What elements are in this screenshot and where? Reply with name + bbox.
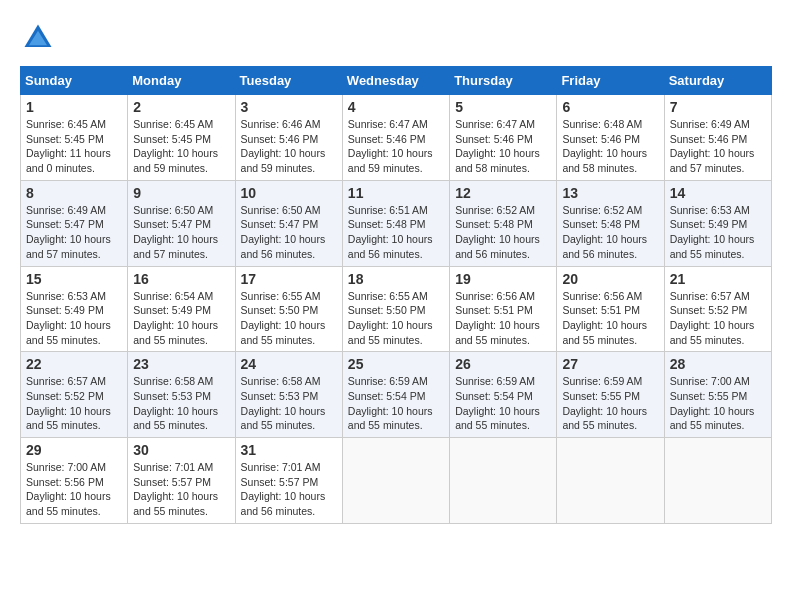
calendar-cell: 4Sunrise: 6:47 AMSunset: 5:46 PMDaylight… bbox=[342, 95, 449, 181]
day-info: Sunrise: 6:47 AMSunset: 5:46 PMDaylight:… bbox=[348, 117, 444, 176]
day-number: 31 bbox=[241, 442, 337, 458]
day-info: Sunrise: 6:48 AMSunset: 5:46 PMDaylight:… bbox=[562, 117, 658, 176]
calendar-cell: 15Sunrise: 6:53 AMSunset: 5:49 PMDayligh… bbox=[21, 266, 128, 352]
calendar-header: SundayMondayTuesdayWednesdayThursdayFrid… bbox=[21, 67, 772, 95]
calendar-cell: 25Sunrise: 6:59 AMSunset: 5:54 PMDayligh… bbox=[342, 352, 449, 438]
day-info: Sunrise: 6:59 AMSunset: 5:54 PMDaylight:… bbox=[455, 374, 551, 433]
day-info: Sunrise: 6:52 AMSunset: 5:48 PMDaylight:… bbox=[562, 203, 658, 262]
day-number: 2 bbox=[133, 99, 229, 115]
calendar-body: 1Sunrise: 6:45 AMSunset: 5:45 PMDaylight… bbox=[21, 95, 772, 524]
day-number: 21 bbox=[670, 271, 766, 287]
day-info: Sunrise: 6:50 AMSunset: 5:47 PMDaylight:… bbox=[133, 203, 229, 262]
calendar-cell: 7Sunrise: 6:49 AMSunset: 5:46 PMDaylight… bbox=[664, 95, 771, 181]
day-info: Sunrise: 6:55 AMSunset: 5:50 PMDaylight:… bbox=[348, 289, 444, 348]
day-of-week-header: Wednesday bbox=[342, 67, 449, 95]
calendar-cell: 10Sunrise: 6:50 AMSunset: 5:47 PMDayligh… bbox=[235, 180, 342, 266]
day-number: 26 bbox=[455, 356, 551, 372]
day-info: Sunrise: 6:56 AMSunset: 5:51 PMDaylight:… bbox=[562, 289, 658, 348]
calendar-cell: 29Sunrise: 7:00 AMSunset: 5:56 PMDayligh… bbox=[21, 438, 128, 524]
calendar-cell: 22Sunrise: 6:57 AMSunset: 5:52 PMDayligh… bbox=[21, 352, 128, 438]
day-info: Sunrise: 6:49 AMSunset: 5:46 PMDaylight:… bbox=[670, 117, 766, 176]
calendar-week-row: 15Sunrise: 6:53 AMSunset: 5:49 PMDayligh… bbox=[21, 266, 772, 352]
calendar-week-row: 22Sunrise: 6:57 AMSunset: 5:52 PMDayligh… bbox=[21, 352, 772, 438]
day-of-week-header: Sunday bbox=[21, 67, 128, 95]
day-number: 4 bbox=[348, 99, 444, 115]
calendar-cell: 30Sunrise: 7:01 AMSunset: 5:57 PMDayligh… bbox=[128, 438, 235, 524]
day-info: Sunrise: 7:01 AMSunset: 5:57 PMDaylight:… bbox=[241, 460, 337, 519]
day-info: Sunrise: 6:59 AMSunset: 5:54 PMDaylight:… bbox=[348, 374, 444, 433]
day-number: 8 bbox=[26, 185, 122, 201]
day-number: 3 bbox=[241, 99, 337, 115]
day-number: 10 bbox=[241, 185, 337, 201]
calendar-cell: 18Sunrise: 6:55 AMSunset: 5:50 PMDayligh… bbox=[342, 266, 449, 352]
calendar-cell: 28Sunrise: 7:00 AMSunset: 5:55 PMDayligh… bbox=[664, 352, 771, 438]
day-info: Sunrise: 6:52 AMSunset: 5:48 PMDaylight:… bbox=[455, 203, 551, 262]
day-info: Sunrise: 6:58 AMSunset: 5:53 PMDaylight:… bbox=[241, 374, 337, 433]
calendar: SundayMondayTuesdayWednesdayThursdayFrid… bbox=[20, 66, 772, 524]
day-of-week-header: Tuesday bbox=[235, 67, 342, 95]
day-number: 20 bbox=[562, 271, 658, 287]
calendar-cell bbox=[664, 438, 771, 524]
calendar-cell: 8Sunrise: 6:49 AMSunset: 5:47 PMDaylight… bbox=[21, 180, 128, 266]
calendar-cell: 26Sunrise: 6:59 AMSunset: 5:54 PMDayligh… bbox=[450, 352, 557, 438]
calendar-cell: 23Sunrise: 6:58 AMSunset: 5:53 PMDayligh… bbox=[128, 352, 235, 438]
calendar-cell: 16Sunrise: 6:54 AMSunset: 5:49 PMDayligh… bbox=[128, 266, 235, 352]
calendar-cell: 27Sunrise: 6:59 AMSunset: 5:55 PMDayligh… bbox=[557, 352, 664, 438]
day-number: 19 bbox=[455, 271, 551, 287]
day-info: Sunrise: 6:45 AMSunset: 5:45 PMDaylight:… bbox=[133, 117, 229, 176]
calendar-cell: 19Sunrise: 6:56 AMSunset: 5:51 PMDayligh… bbox=[450, 266, 557, 352]
calendar-cell: 31Sunrise: 7:01 AMSunset: 5:57 PMDayligh… bbox=[235, 438, 342, 524]
day-info: Sunrise: 6:49 AMSunset: 5:47 PMDaylight:… bbox=[26, 203, 122, 262]
day-info: Sunrise: 6:50 AMSunset: 5:47 PMDaylight:… bbox=[241, 203, 337, 262]
calendar-cell: 17Sunrise: 6:55 AMSunset: 5:50 PMDayligh… bbox=[235, 266, 342, 352]
day-number: 17 bbox=[241, 271, 337, 287]
day-number: 14 bbox=[670, 185, 766, 201]
day-info: Sunrise: 6:53 AMSunset: 5:49 PMDaylight:… bbox=[670, 203, 766, 262]
day-info: Sunrise: 6:55 AMSunset: 5:50 PMDaylight:… bbox=[241, 289, 337, 348]
day-number: 27 bbox=[562, 356, 658, 372]
calendar-week-row: 8Sunrise: 6:49 AMSunset: 5:47 PMDaylight… bbox=[21, 180, 772, 266]
day-number: 25 bbox=[348, 356, 444, 372]
calendar-cell: 2Sunrise: 6:45 AMSunset: 5:45 PMDaylight… bbox=[128, 95, 235, 181]
calendar-cell: 14Sunrise: 6:53 AMSunset: 5:49 PMDayligh… bbox=[664, 180, 771, 266]
day-number: 1 bbox=[26, 99, 122, 115]
day-info: Sunrise: 7:00 AMSunset: 5:56 PMDaylight:… bbox=[26, 460, 122, 519]
day-number: 11 bbox=[348, 185, 444, 201]
page-header bbox=[20, 20, 772, 56]
calendar-cell bbox=[450, 438, 557, 524]
day-info: Sunrise: 6:47 AMSunset: 5:46 PMDaylight:… bbox=[455, 117, 551, 176]
day-number: 13 bbox=[562, 185, 658, 201]
day-info: Sunrise: 7:01 AMSunset: 5:57 PMDaylight:… bbox=[133, 460, 229, 519]
calendar-week-row: 29Sunrise: 7:00 AMSunset: 5:56 PMDayligh… bbox=[21, 438, 772, 524]
day-number: 24 bbox=[241, 356, 337, 372]
day-number: 16 bbox=[133, 271, 229, 287]
calendar-cell: 20Sunrise: 6:56 AMSunset: 5:51 PMDayligh… bbox=[557, 266, 664, 352]
day-info: Sunrise: 6:57 AMSunset: 5:52 PMDaylight:… bbox=[26, 374, 122, 433]
day-of-week-header: Monday bbox=[128, 67, 235, 95]
calendar-cell: 24Sunrise: 6:58 AMSunset: 5:53 PMDayligh… bbox=[235, 352, 342, 438]
logo bbox=[20, 20, 62, 56]
day-info: Sunrise: 6:54 AMSunset: 5:49 PMDaylight:… bbox=[133, 289, 229, 348]
day-info: Sunrise: 6:57 AMSunset: 5:52 PMDaylight:… bbox=[670, 289, 766, 348]
day-number: 30 bbox=[133, 442, 229, 458]
logo-icon bbox=[20, 20, 56, 56]
calendar-cell: 3Sunrise: 6:46 AMSunset: 5:46 PMDaylight… bbox=[235, 95, 342, 181]
day-number: 7 bbox=[670, 99, 766, 115]
day-of-week-header: Friday bbox=[557, 67, 664, 95]
day-number: 23 bbox=[133, 356, 229, 372]
calendar-cell: 5Sunrise: 6:47 AMSunset: 5:46 PMDaylight… bbox=[450, 95, 557, 181]
day-info: Sunrise: 6:59 AMSunset: 5:55 PMDaylight:… bbox=[562, 374, 658, 433]
day-number: 29 bbox=[26, 442, 122, 458]
calendar-cell: 9Sunrise: 6:50 AMSunset: 5:47 PMDaylight… bbox=[128, 180, 235, 266]
day-number: 9 bbox=[133, 185, 229, 201]
calendar-week-row: 1Sunrise: 6:45 AMSunset: 5:45 PMDaylight… bbox=[21, 95, 772, 181]
day-number: 22 bbox=[26, 356, 122, 372]
calendar-cell: 21Sunrise: 6:57 AMSunset: 5:52 PMDayligh… bbox=[664, 266, 771, 352]
day-number: 6 bbox=[562, 99, 658, 115]
day-info: Sunrise: 6:46 AMSunset: 5:46 PMDaylight:… bbox=[241, 117, 337, 176]
calendar-cell bbox=[342, 438, 449, 524]
day-info: Sunrise: 6:45 AMSunset: 5:45 PMDaylight:… bbox=[26, 117, 122, 176]
day-info: Sunrise: 6:53 AMSunset: 5:49 PMDaylight:… bbox=[26, 289, 122, 348]
calendar-cell: 11Sunrise: 6:51 AMSunset: 5:48 PMDayligh… bbox=[342, 180, 449, 266]
day-info: Sunrise: 6:56 AMSunset: 5:51 PMDaylight:… bbox=[455, 289, 551, 348]
